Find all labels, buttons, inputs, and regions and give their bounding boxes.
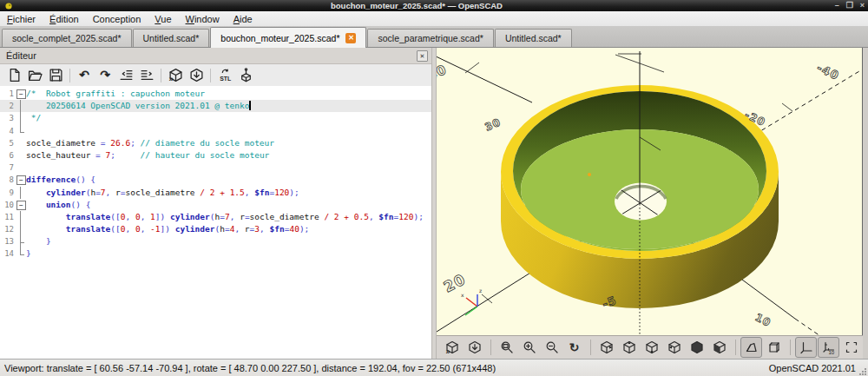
perspective-button[interactable] (740, 337, 762, 358)
view-right-icon (600, 340, 614, 354)
editor-panel-header: Éditeur ✕ (0, 48, 431, 64)
line-number: 2 (0, 100, 16, 112)
toolbar-separator (210, 69, 211, 82)
view-right-button[interactable] (595, 337, 617, 358)
editor-panel: Éditeur ✕ ↶↷»STL 1/* Robot graffiti : ca… (0, 48, 431, 359)
line-number: 14 (0, 247, 16, 260)
close-button[interactable]: × (860, 0, 865, 11)
view-back-icon (690, 340, 704, 354)
view-front-button[interactable] (708, 337, 730, 358)
code-text: union() { (26, 199, 431, 211)
tab-bar: socle_complet_2025.scad*Untitled.scad*bo… (0, 26, 868, 48)
zoom-out-button[interactable] (541, 337, 562, 358)
menu-item-fichier[interactable]: Fichier (0, 13, 43, 25)
view-left-button[interactable] (663, 337, 685, 358)
openscad-window: bouchon_moteur_2025.scad* — OpenSCAD – ❒… (0, 0, 868, 376)
code-line: 6socle_hauteur = 7; // hauteur du socle … (0, 149, 431, 162)
toolbar-separator (790, 340, 791, 355)
tab[interactable]: Untitled.scad* (495, 29, 572, 47)
tab[interactable]: bouchon_moteur_2025.scad*✕ (210, 27, 366, 48)
zoom-in-icon (523, 340, 536, 354)
window-title: bouchon_moteur_2025.scad* — OpenSCAD (0, 0, 833, 11)
line-number: 9 (0, 187, 16, 199)
preview-icon: » (168, 68, 183, 82)
tab[interactable]: Untitled.scad* (133, 29, 210, 47)
view-all-icon (845, 340, 858, 354)
code-text: } (26, 247, 431, 260)
tab-label: socle_parametrique.scad* (378, 33, 483, 43)
menu-item-window[interactable]: Window (179, 13, 227, 25)
code-text (26, 162, 431, 174)
tab[interactable]: socle_parametrique.scad* (367, 29, 493, 47)
view-back-button[interactable] (686, 337, 707, 358)
render-button[interactable] (186, 66, 207, 84)
open-folder-button[interactable] (24, 66, 45, 84)
svg-text:STL: STL (220, 76, 231, 82)
unindent-button[interactable] (115, 66, 136, 84)
preview-button[interactable]: » (441, 337, 463, 358)
tab-label: socle_complet_2025.scad* (12, 33, 122, 43)
text-cursor (249, 101, 251, 110)
menu-item-dition[interactable]: Édition (43, 13, 86, 25)
fold-guide (16, 162, 26, 174)
orthogonal-button[interactable] (763, 337, 785, 358)
code-text: translate([0, 0, 1]) cylinder(h=7, r=soc… (26, 211, 431, 223)
code-text: /* Robot graffiti : capuchon moteur (26, 88, 431, 100)
reset-view-button[interactable]: ↻ (563, 337, 585, 358)
export-stl-button[interactable]: STL (214, 66, 235, 84)
code-line: 9 cylinder(h=7, r=socle_diametre / 2 + 1… (0, 187, 431, 199)
code-text: socle_hauteur = 7; // hauteur du socle m… (26, 149, 431, 162)
perspective-icon (745, 340, 759, 354)
view-top-button[interactable] (618, 337, 640, 358)
fold-marker[interactable] (16, 174, 26, 186)
fold-marker[interactable] (16, 199, 26, 211)
preview-button[interactable]: » (165, 66, 186, 84)
3d-viewport[interactable]: 403020-20-40-510 x z (437, 48, 863, 335)
tab-close-icon[interactable]: ✕ (345, 33, 356, 43)
menu-bar: FichierÉditionConceptionVueWindowAide (0, 11, 868, 27)
redo-button[interactable]: ↷ (95, 66, 115, 84)
reset-view-icon: ↻ (569, 340, 580, 354)
line-number: 12 (0, 223, 16, 235)
indent-button[interactable] (136, 66, 157, 84)
fold-marker[interactable] (16, 88, 26, 100)
resize-grip[interactable] (859, 367, 867, 375)
view-front-icon (713, 340, 727, 354)
show-axes-button[interactable] (795, 337, 817, 358)
fold-guide (16, 100, 26, 112)
send-to-printservice-button[interactable] (235, 66, 256, 84)
tab[interactable]: socle_complet_2025.scad* (2, 29, 132, 47)
show-scale-markers-button[interactable]: 10 (818, 337, 839, 358)
3d-scene: 403020-20-40-510 x z (437, 48, 862, 335)
menu-item-conception[interactable]: Conception (86, 13, 148, 25)
code-line: 11 translate([0, 0, 1]) cylinder(h=7, r=… (0, 211, 431, 223)
fold-guide (16, 247, 26, 260)
svg-text:»: » (168, 74, 173, 82)
fold-guide (16, 137, 26, 149)
save-file-button[interactable] (45, 66, 66, 84)
code-text: */ (26, 112, 431, 124)
code-editor[interactable]: 1/* Robot graffiti : capuchon moteur2 20… (0, 86, 431, 359)
zoom-all-button[interactable] (496, 337, 517, 358)
undo-button[interactable]: ↶ (74, 66, 95, 84)
view-top-icon (622, 340, 636, 354)
preview-icon: » (445, 340, 459, 354)
view-all-button[interactable] (840, 337, 862, 358)
menu-item-vue[interactable]: Vue (148, 13, 178, 25)
line-number: 6 (0, 149, 16, 162)
fold-guide (16, 149, 26, 162)
zoom-in-button[interactable] (518, 337, 540, 358)
unindent-icon (119, 68, 134, 82)
svg-text:»: » (445, 347, 450, 355)
maximize-button[interactable]: ❒ (846, 0, 853, 11)
zoom-all-icon (500, 340, 514, 354)
svg-text:z: z (479, 287, 482, 294)
minimize-button[interactable]: – (835, 0, 839, 11)
editor-panel-close-icon[interactable]: ✕ (417, 50, 428, 62)
editor-panel-title: Éditeur (0, 50, 417, 61)
render-button[interactable] (464, 337, 485, 358)
new-file-button[interactable] (3, 66, 24, 84)
line-number: 7 (0, 162, 16, 174)
view-bottom-button[interactable] (641, 337, 662, 358)
menu-item-aide[interactable]: Aide (227, 13, 260, 25)
